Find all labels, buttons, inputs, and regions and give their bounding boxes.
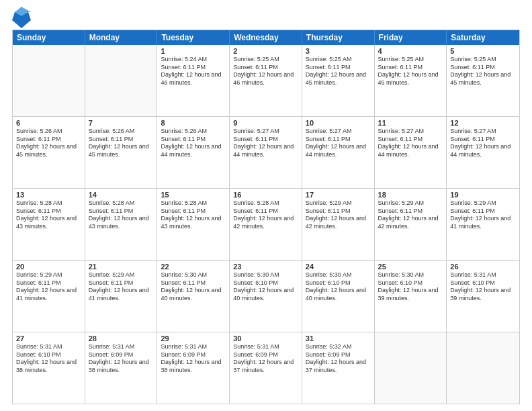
day-number: 23: [233, 263, 298, 271]
calendar-cell-10: 10Sunrise: 5:27 AM Sunset: 6:11 PM Dayli…: [302, 117, 375, 188]
calendar-header: SundayMondayTuesdayWednesdayThursdayFrid…: [13, 30, 519, 45]
day-number: 28: [89, 334, 154, 342]
day-number: 13: [16, 191, 81, 199]
day-number: 21: [89, 263, 154, 271]
calendar-cell-1: 1Sunrise: 5:24 AM Sunset: 6:11 PM Daylig…: [157, 45, 230, 116]
calendar-cell-12: 12Sunrise: 5:27 AM Sunset: 6:11 PM Dayli…: [447, 117, 519, 188]
calendar-cell-empty: [13, 45, 85, 116]
day-info: Sunrise: 5:30 AM Sunset: 6:10 PM Dayligh…: [233, 271, 298, 303]
header-day-sunday: Sunday: [13, 30, 85, 45]
day-number: 12: [450, 119, 516, 127]
day-number: 14: [89, 191, 154, 199]
day-number: 20: [16, 263, 81, 271]
header-day-thursday: Thursday: [302, 30, 375, 45]
day-info: Sunrise: 5:25 AM Sunset: 6:11 PM Dayligh…: [233, 56, 298, 87]
calendar-cell-2: 2Sunrise: 5:25 AM Sunset: 6:11 PM Daylig…: [230, 45, 302, 116]
calendar-cell-15: 15Sunrise: 5:28 AM Sunset: 6:11 PM Dayli…: [157, 189, 230, 260]
header-day-saturday: Saturday: [447, 30, 519, 45]
day-number: 2: [233, 47, 298, 55]
calendar-row-0: 1Sunrise: 5:24 AM Sunset: 6:11 PM Daylig…: [13, 45, 519, 116]
day-info: Sunrise: 5:29 AM Sunset: 6:11 PM Dayligh…: [450, 199, 516, 231]
calendar-cell-29: 29Sunrise: 5:31 AM Sunset: 6:09 PM Dayli…: [157, 332, 230, 404]
day-info: Sunrise: 5:29 AM Sunset: 6:11 PM Dayligh…: [16, 271, 81, 303]
day-number: 25: [378, 263, 443, 271]
calendar-cell-24: 24Sunrise: 5:30 AM Sunset: 6:10 PM Dayli…: [302, 261, 375, 332]
day-info: Sunrise: 5:25 AM Sunset: 6:11 PM Dayligh…: [306, 56, 371, 87]
day-info: Sunrise: 5:31 AM Sunset: 6:09 PM Dayligh…: [89, 343, 154, 375]
day-number: 31: [306, 334, 371, 342]
day-number: 24: [306, 263, 371, 271]
calendar-cell-empty: [447, 332, 519, 404]
day-number: 15: [161, 191, 226, 199]
day-info: Sunrise: 5:26 AM Sunset: 6:11 PM Dayligh…: [16, 128, 81, 159]
day-info: Sunrise: 5:28 AM Sunset: 6:11 PM Dayligh…: [161, 199, 226, 231]
day-info: Sunrise: 5:29 AM Sunset: 6:11 PM Dayligh…: [378, 199, 443, 231]
logo-icon: [12, 7, 28, 26]
header: [12, 7, 520, 26]
day-number: 19: [450, 191, 516, 199]
header-day-wednesday: Wednesday: [230, 30, 302, 45]
calendar-cell-7: 7Sunrise: 5:26 AM Sunset: 6:11 PM Daylig…: [85, 117, 158, 188]
day-info: Sunrise: 5:25 AM Sunset: 6:11 PM Dayligh…: [450, 56, 516, 87]
calendar-cell-11: 11Sunrise: 5:27 AM Sunset: 6:11 PM Dayli…: [375, 117, 447, 188]
day-info: Sunrise: 5:29 AM Sunset: 6:11 PM Dayligh…: [306, 199, 371, 231]
day-number: 4: [378, 47, 443, 55]
day-info: Sunrise: 5:27 AM Sunset: 6:11 PM Dayligh…: [378, 128, 443, 159]
calendar-row-3: 20Sunrise: 5:29 AM Sunset: 6:11 PM Dayli…: [13, 260, 519, 332]
day-info: Sunrise: 5:28 AM Sunset: 6:11 PM Dayligh…: [89, 199, 154, 231]
day-info: Sunrise: 5:27 AM Sunset: 6:11 PM Dayligh…: [233, 128, 298, 159]
calendar-cell-6: 6Sunrise: 5:26 AM Sunset: 6:11 PM Daylig…: [13, 117, 85, 188]
day-info: Sunrise: 5:27 AM Sunset: 6:11 PM Dayligh…: [306, 128, 371, 159]
day-info: Sunrise: 5:29 AM Sunset: 6:11 PM Dayligh…: [89, 271, 154, 303]
calendar-cell-19: 19Sunrise: 5:29 AM Sunset: 6:11 PM Dayli…: [447, 189, 519, 260]
calendar-cell-9: 9Sunrise: 5:27 AM Sunset: 6:11 PM Daylig…: [230, 117, 302, 188]
page: SundayMondayTuesdayWednesdayThursdayFrid…: [0, 0, 532, 411]
day-number: 11: [378, 119, 443, 127]
day-info: Sunrise: 5:28 AM Sunset: 6:11 PM Dayligh…: [16, 199, 81, 231]
calendar-cell-27: 27Sunrise: 5:31 AM Sunset: 6:10 PM Dayli…: [13, 332, 85, 404]
calendar-cell-26: 26Sunrise: 5:31 AM Sunset: 6:10 PM Dayli…: [447, 261, 519, 332]
day-number: 1: [161, 47, 226, 55]
day-info: Sunrise: 5:31 AM Sunset: 6:09 PM Dayligh…: [161, 343, 226, 375]
calendar: SundayMondayTuesdayWednesdayThursdayFrid…: [12, 30, 520, 404]
day-number: 3: [306, 47, 371, 55]
day-number: 17: [306, 191, 371, 199]
day-info: Sunrise: 5:24 AM Sunset: 6:11 PM Dayligh…: [161, 56, 226, 87]
day-number: 22: [161, 263, 226, 271]
day-number: 29: [161, 334, 226, 342]
day-number: 9: [233, 119, 298, 127]
day-info: Sunrise: 5:30 AM Sunset: 6:11 PM Dayligh…: [161, 271, 226, 303]
day-number: 16: [233, 191, 298, 199]
header-day-monday: Monday: [85, 30, 158, 45]
calendar-row-4: 27Sunrise: 5:31 AM Sunset: 6:10 PM Dayli…: [13, 332, 519, 404]
calendar-cell-17: 17Sunrise: 5:29 AM Sunset: 6:11 PM Dayli…: [302, 189, 375, 260]
calendar-row-1: 6Sunrise: 5:26 AM Sunset: 6:11 PM Daylig…: [13, 116, 519, 188]
calendar-row-2: 13Sunrise: 5:28 AM Sunset: 6:11 PM Dayli…: [13, 188, 519, 260]
day-number: 8: [161, 119, 226, 127]
day-number: 7: [89, 119, 154, 127]
calendar-cell-31: 31Sunrise: 5:32 AM Sunset: 6:09 PM Dayli…: [302, 332, 375, 404]
calendar-cell-30: 30Sunrise: 5:31 AM Sunset: 6:09 PM Dayli…: [230, 332, 302, 404]
calendar-body: 1Sunrise: 5:24 AM Sunset: 6:11 PM Daylig…: [13, 45, 519, 404]
calendar-cell-28: 28Sunrise: 5:31 AM Sunset: 6:09 PM Dayli…: [85, 332, 158, 404]
day-info: Sunrise: 5:26 AM Sunset: 6:11 PM Dayligh…: [89, 128, 154, 159]
calendar-cell-22: 22Sunrise: 5:30 AM Sunset: 6:11 PM Dayli…: [157, 261, 230, 332]
calendar-cell-5: 5Sunrise: 5:25 AM Sunset: 6:11 PM Daylig…: [447, 45, 519, 116]
day-number: 10: [306, 119, 371, 127]
day-info: Sunrise: 5:27 AM Sunset: 6:11 PM Dayligh…: [450, 128, 516, 159]
calendar-cell-21: 21Sunrise: 5:29 AM Sunset: 6:11 PM Dayli…: [85, 261, 158, 332]
day-number: 18: [378, 191, 443, 199]
calendar-cell-8: 8Sunrise: 5:26 AM Sunset: 6:11 PM Daylig…: [157, 117, 230, 188]
day-number: 26: [450, 263, 516, 271]
day-info: Sunrise: 5:31 AM Sunset: 6:10 PM Dayligh…: [16, 343, 81, 375]
calendar-cell-4: 4Sunrise: 5:25 AM Sunset: 6:11 PM Daylig…: [375, 45, 447, 116]
day-info: Sunrise: 5:30 AM Sunset: 6:10 PM Dayligh…: [378, 271, 443, 303]
day-info: Sunrise: 5:32 AM Sunset: 6:09 PM Dayligh…: [306, 343, 371, 375]
calendar-cell-empty: [375, 332, 447, 404]
day-info: Sunrise: 5:31 AM Sunset: 6:09 PM Dayligh…: [233, 343, 298, 375]
day-info: Sunrise: 5:31 AM Sunset: 6:10 PM Dayligh…: [450, 271, 516, 303]
day-info: Sunrise: 5:30 AM Sunset: 6:10 PM Dayligh…: [306, 271, 371, 303]
calendar-cell-empty: [85, 45, 158, 116]
calendar-cell-14: 14Sunrise: 5:28 AM Sunset: 6:11 PM Dayli…: [85, 189, 158, 260]
header-day-friday: Friday: [375, 30, 447, 45]
